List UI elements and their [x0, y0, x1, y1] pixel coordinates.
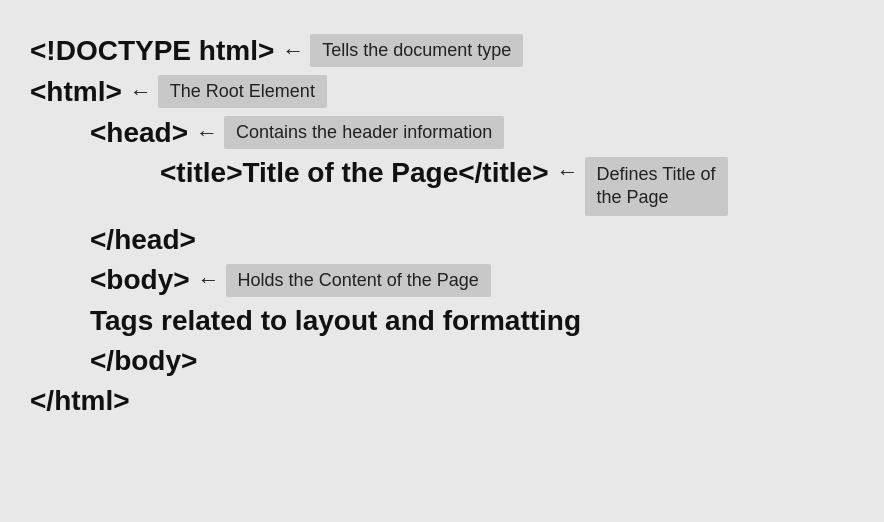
head-annotation: Contains the header information: [224, 116, 504, 149]
htmlclose-line: </html>: [30, 385, 854, 417]
bodyclose-code: </body>: [90, 345, 197, 377]
html-annotation-group: ← The Root Element: [130, 75, 327, 108]
head-code: <head>: [90, 117, 188, 149]
htmlclose-code: </html>: [30, 385, 130, 417]
tags-line: Tags related to layout and formatting: [90, 305, 854, 337]
title-arrow: ←: [557, 159, 579, 185]
html-code: <html>: [30, 76, 122, 108]
diagram-container: <!DOCTYPE html> ← Tells the document typ…: [0, 0, 884, 522]
head-annotation-group: ← Contains the header information: [196, 116, 504, 149]
title-code: <title>Title of the Page</title>: [160, 157, 549, 189]
headclose-code: </head>: [90, 224, 196, 256]
body-annotation-group: ← Holds the Content of the Page: [198, 264, 491, 297]
title-annotation: Defines Title of the Page: [585, 157, 728, 216]
title-annotation-group: ← Defines Title of the Page: [557, 157, 728, 216]
doctype-line: <!DOCTYPE html> ← Tells the document typ…: [30, 34, 854, 67]
body-annotation: Holds the Content of the Page: [226, 264, 491, 297]
bodyclose-line: </body>: [90, 345, 854, 377]
html-annotation: The Root Element: [158, 75, 327, 108]
title-line: <title>Title of the Page</title> ← Defin…: [160, 157, 854, 216]
doctype-annotation: Tells the document type: [310, 34, 523, 67]
body-line: <body> ← Holds the Content of the Page: [90, 264, 854, 297]
head-line: <head> ← Contains the header information: [90, 116, 854, 149]
body-code: <body>: [90, 264, 190, 296]
head-arrow: ←: [196, 120, 218, 146]
body-arrow: ←: [198, 267, 220, 293]
html-line: <html> ← The Root Element: [30, 75, 854, 108]
doctype-code: <!DOCTYPE html>: [30, 35, 274, 67]
doctype-arrow: ←: [282, 38, 304, 64]
doctype-annotation-group: ← Tells the document type: [282, 34, 523, 67]
headclose-line: </head>: [90, 224, 854, 256]
tags-code: Tags related to layout and formatting: [90, 305, 581, 337]
html-arrow: ←: [130, 79, 152, 105]
